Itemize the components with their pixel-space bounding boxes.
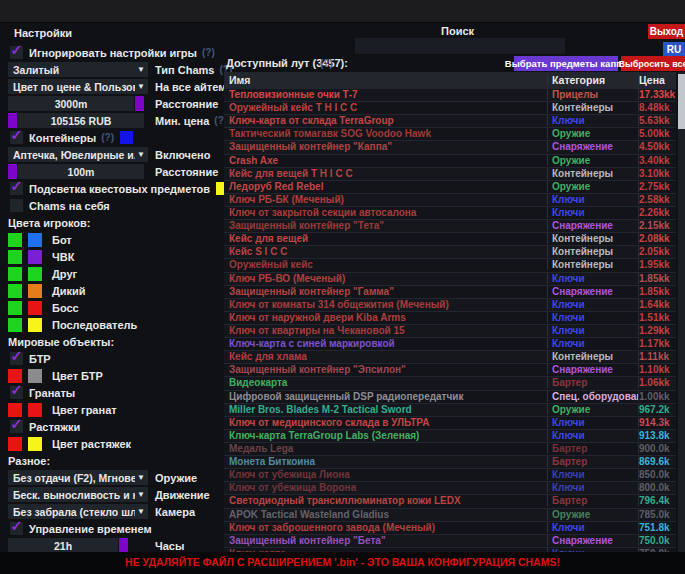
table-row[interactable]: Ключ от наружной двери Kiba ArmsКлючи1.5… <box>224 311 676 324</box>
table-row[interactable]: Ключ от убежища ЛионаКлючи850.0k <box>224 468 676 481</box>
tripwire-color-swatch-1[interactable] <box>8 437 22 451</box>
grenade-color-swatch-2[interactable] <box>28 403 42 417</box>
tripwires-checkbox[interactable]: ✓ <box>10 420 23 433</box>
color-mode-dropdown[interactable]: Цвет по цене & Пользователь▼ <box>8 79 148 94</box>
containers-color-swatch[interactable] <box>120 131 133 144</box>
item-distance-input[interactable]: 3000m <box>8 96 134 111</box>
table-row[interactable]: Оружейный кейс T H I C CКонтейнеры8.48kk <box>224 101 676 114</box>
table-row[interactable]: Ключ РБ-ВО (Меченый)Ключи1.85kk <box>224 272 676 285</box>
table-row[interactable]: Светодиодный трансиллюминатор кожи LEDXБ… <box>224 494 676 507</box>
item-name: APOK Tactical Wasteland Gladius <box>224 509 547 520</box>
table-row[interactable]: APOK Tactical Wasteland GladiusОружие785… <box>224 508 676 521</box>
containers-checkbox[interactable]: ✓ <box>10 131 23 144</box>
item-name: Ключ-карта от склада TerraGroup <box>224 115 547 126</box>
language-button[interactable]: RU <box>663 42 685 57</box>
item-name: Ключ от убежища Лиона <box>224 469 547 480</box>
quest-highlight-row: ✓Подсветка квестовых предметов <box>8 180 222 197</box>
loot-table-header: Имя Категория Цена <box>224 72 676 88</box>
table-row[interactable]: Ключ от убежища ВоронаКлючи800.0k <box>224 481 676 494</box>
color-scav-swatch-2[interactable] <box>28 284 42 298</box>
weapon-mode-row: Без отдачи (F2), Мгновенное п▼Оружие <box>8 469 222 486</box>
select-kappa-items-button[interactable]: Выбрать предметы каппа <box>514 56 618 71</box>
search-input[interactable] <box>355 38 565 54</box>
color-boss-swatch-1[interactable] <box>8 301 22 315</box>
chams-self-checkbox[interactable] <box>10 199 23 212</box>
table-row[interactable]: Оружейный кейсКонтейнеры1.95kk <box>224 258 676 271</box>
time-control-checkbox[interactable]: ✓ <box>10 522 23 535</box>
color-bot-swatch-2[interactable] <box>28 233 42 247</box>
item-name: Оружейный кейс <box>224 259 547 270</box>
table-row[interactable]: Защищенный контейнер "Бета"Снаряжение750… <box>224 534 676 547</box>
item-price: 1.29kk <box>638 325 676 336</box>
item-price: 850.0k <box>638 469 676 480</box>
time-hours-input[interactable]: 21h <box>8 538 118 553</box>
time-hours-color-swatch[interactable] <box>119 538 128 553</box>
item-price: 785.0k <box>638 509 676 520</box>
exit-button[interactable]: Выход <box>648 24 685 39</box>
table-row[interactable]: Кейс S I C CКонтейнеры2.05kk <box>224 245 676 258</box>
table-scrollbar[interactable] <box>678 72 685 552</box>
tripwire-color-swatch-2[interactable] <box>28 437 42 451</box>
table-row[interactable]: ВидеокартаБартер1.06kk <box>224 376 676 389</box>
grenades-checkbox[interactable]: ✓ <box>10 386 23 399</box>
item-name: Ключ от квартиры на Чекановой 15 <box>224 325 547 336</box>
item-category: Снаряжение <box>547 535 638 546</box>
table-row[interactable]: Ключ от закрытой секции автосалонаКлючи2… <box>224 206 676 219</box>
table-row[interactable]: Защищенный контейнер "Тета"Снаряжение2.1… <box>224 219 676 232</box>
table-row[interactable]: Монета БиткоинаБартер869.6k <box>224 455 676 468</box>
weapon-mode-dropdown[interactable]: Без отдачи (F2), Мгновенное п▼ <box>8 470 148 485</box>
table-row[interactable]: Ключ-карта от склада TerraGroupКлючи5.63… <box>224 114 676 127</box>
table-row[interactable]: Кейс для вещейКонтейнеры2.08kk <box>224 232 676 245</box>
color-friend-swatch-2[interactable] <box>28 267 42 281</box>
discard-all-button[interactable]: Выбросить все <box>621 56 685 71</box>
table-row[interactable]: Miller Bros. Blades M-2 Tactical SwordОр… <box>224 403 676 416</box>
color-scav-swatch-1[interactable] <box>8 284 22 298</box>
table-row[interactable]: Тепловизионные очки Т-7Прицелы17.33kk <box>224 88 676 101</box>
table-row[interactable]: Ключ-карта TerraGroup Labs (Зеленая)Ключ… <box>224 429 676 442</box>
btr-checkbox[interactable]: ✓ <box>10 352 23 365</box>
table-row[interactable]: Ключ РБ-БК (Меченый)Ключи2.58kk <box>224 193 676 206</box>
item-name: Защищенный контейнер "Тета" <box>224 220 547 231</box>
table-row[interactable]: Кейс для вещей T H I C CКонтейнеры3.10kk <box>224 167 676 180</box>
item-price: 796.4k <box>638 495 676 506</box>
btr-color-swatch-2[interactable] <box>28 369 42 383</box>
quest-highlight-checkbox[interactable]: ✓ <box>10 182 23 195</box>
color-follower-swatch-1[interactable] <box>8 318 22 332</box>
weapon-mode-label: Оружие <box>155 472 197 484</box>
grenades-row: ✓Гранаты <box>8 384 222 401</box>
table-row[interactable]: Crash AxeОружие3.40kk <box>224 154 676 167</box>
container-distance-input[interactable]: 100m <box>18 164 144 179</box>
table-row[interactable]: Ледоруб Red RebelОружие2.75kk <box>224 180 676 193</box>
color-follower-swatch-2[interactable] <box>28 318 42 332</box>
world-objects-section: Мировые объекты: <box>8 336 114 348</box>
container-filter-dropdown[interactable]: Аптечка, Ювелирные и...▼ <box>8 147 148 162</box>
color-pmc-swatch-1[interactable] <box>8 250 22 264</box>
table-row[interactable]: Защищенный контейнер "Каппа"Снаряжение4.… <box>224 140 676 153</box>
item-price: 869.6k <box>638 456 676 467</box>
table-row[interactable]: Кейс для хламаКонтейнеры1.11kk <box>224 350 676 363</box>
table-row[interactable]: Ключ от квартиры на Чекановой 15Ключи1.2… <box>224 324 676 337</box>
table-row[interactable]: Цифровой защищенный DSP радиопередатчикС… <box>224 390 676 403</box>
scrollbar-thumb[interactable] <box>678 74 685 129</box>
movement-mode-dropdown[interactable]: Беск. выносливость и нет уста▼ <box>8 487 148 502</box>
table-row[interactable]: Медаль LegaБартер900.0k <box>224 442 676 455</box>
color-boss-swatch-2[interactable] <box>28 301 42 315</box>
item-distance-label: Расстояние <box>155 98 218 110</box>
camera-mode-dropdown[interactable]: Без забрала (стекло шлема)▼ <box>8 504 148 519</box>
table-row[interactable]: Тактический томагавк SOG Voodoo HawkОруж… <box>224 127 676 140</box>
table-row[interactable]: Ключ от заброшенного завода (Меченый)Клю… <box>224 521 676 534</box>
table-row[interactable]: Защищенный контейнер "Гамма"Снаряжение1.… <box>224 285 676 298</box>
item-price: 750.0k <box>638 535 676 546</box>
color-friend-swatch-1[interactable] <box>8 267 22 281</box>
item-distance-color-swatch[interactable] <box>135 96 144 111</box>
table-row[interactable]: Ключ-карта с синей маркировкойКлючи1.17k… <box>224 337 676 350</box>
color-bot-swatch-1[interactable] <box>8 233 22 247</box>
table-row[interactable]: Ключ от комнаты 314 общежития (Меченый)К… <box>224 298 676 311</box>
search-label: Поиск <box>441 25 474 37</box>
table-row[interactable]: Ключ от медицинского склада в УЛЬТРАКлюч… <box>224 416 676 429</box>
min-price-input[interactable]: 105156 RUB <box>18 113 144 128</box>
ignore-game-settings-checkbox[interactable]: ✓ <box>10 46 23 59</box>
table-row[interactable]: Защищенный контейнер "Эпсилон"Снаряжение… <box>224 363 676 376</box>
color-pmc-swatch-2[interactable] <box>28 250 42 264</box>
chams-type-dropdown[interactable]: Залитый▼ <box>8 62 148 77</box>
